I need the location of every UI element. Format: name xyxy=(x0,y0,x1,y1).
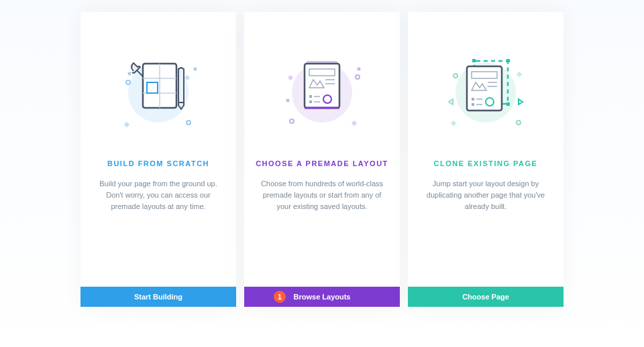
card-heading: CHOOSE A PREMADE LAYOUT xyxy=(244,159,400,167)
card-premade-layout: CHOOSE A PREMADE LAYOUT Choose from hund… xyxy=(244,12,400,307)
svg-rect-44 xyxy=(472,103,474,106)
svg-rect-34 xyxy=(472,59,476,62)
svg-rect-36 xyxy=(506,102,510,106)
svg-rect-15 xyxy=(288,75,293,80)
choose-page-button[interactable]: Choose Page xyxy=(408,287,564,307)
svg-point-14 xyxy=(290,119,294,123)
premade-illustration-icon xyxy=(244,12,400,159)
svg-rect-35 xyxy=(506,59,510,62)
svg-point-13 xyxy=(356,75,360,79)
svg-rect-23 xyxy=(309,95,312,98)
svg-point-30 xyxy=(517,121,521,125)
clone-illustration-icon xyxy=(408,12,564,159)
card-description: Build your page from the ground up. Don'… xyxy=(80,178,236,287)
start-building-button[interactable]: Start Building xyxy=(80,287,236,307)
layout-option-cards: BUILD FROM SCRATCH Build your page from … xyxy=(80,12,564,307)
svg-rect-4 xyxy=(124,122,129,127)
card-heading: BUILD FROM SCRATCH xyxy=(80,159,236,167)
svg-point-2 xyxy=(186,121,191,125)
card-build-from-scratch: BUILD FROM SCRATCH Build your page from … xyxy=(80,12,236,307)
svg-rect-16 xyxy=(352,121,357,126)
card-clone-page: CLONE EXISTING PAGE Jump start your layo… xyxy=(408,12,564,307)
card-description: Jump start your layout design by duplica… xyxy=(408,178,564,287)
svg-point-29 xyxy=(453,74,458,78)
card-description: Choose from hundreds of world-class prem… xyxy=(244,178,400,287)
svg-rect-32 xyxy=(451,121,456,126)
button-label: Browse Layouts xyxy=(294,293,351,301)
svg-rect-31 xyxy=(517,72,522,77)
svg-rect-25 xyxy=(309,100,312,103)
browse-layouts-button[interactable]: 1 Browse Layouts xyxy=(244,287,400,307)
notification-badge: 1 xyxy=(274,291,286,303)
svg-point-1 xyxy=(126,80,130,84)
card-heading: CLONE EXISTING PAGE xyxy=(408,159,564,167)
scratch-illustration-icon xyxy=(80,12,236,159)
svg-rect-42 xyxy=(472,98,474,100)
